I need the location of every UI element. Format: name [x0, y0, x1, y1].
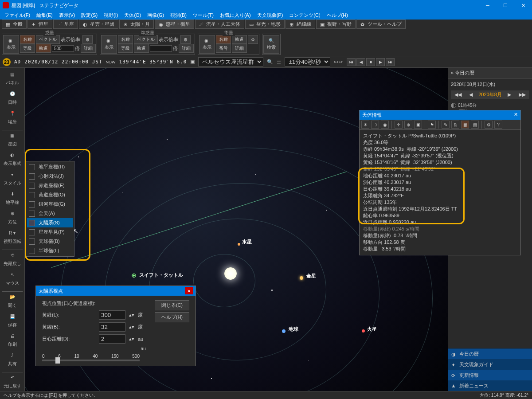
menu-solarsystem[interactable]: 太陽系(S) — [27, 218, 73, 227]
menu-settings[interactable]: 設定(S) — [78, 11, 100, 20]
menu-edit[interactable]: 編集(E) — [34, 11, 55, 20]
info-edit-icon[interactable]: ✎ — [442, 121, 450, 129]
print-button[interactable]: 🖨印刷 — [2, 331, 23, 350]
datetime-display[interactable]: 2020/08/12 22:00:00 JST — [24, 59, 102, 65]
menu-horizon-coord[interactable]: 地平座標(H) — [27, 162, 73, 172]
planet-orbit-button[interactable]: 軌道 — [36, 44, 51, 53]
info-image-icon[interactable]: ▦ — [461, 121, 469, 129]
dialog-close-button[interactable]: ✕ — [185, 287, 193, 294]
target-select[interactable]: ペルセウス座流星群 — [198, 57, 263, 66]
info-target-icon[interactable]: ⊕ — [404, 121, 412, 129]
ecl-lat-input[interactable] — [99, 322, 125, 332]
cal-next-fast[interactable]: ▶▶ — [517, 92, 528, 98]
spinner-icon[interactable]: ▴▾ — [129, 336, 134, 342]
subplanet-mag-button[interactable]: 等級 — [118, 44, 133, 53]
planet-mag-button[interactable]: 等級 — [20, 44, 35, 53]
info-cross-icon[interactable]: ✛ — [395, 121, 403, 129]
planet-gear-button[interactable]: ⚙ — [82, 35, 93, 44]
cal-prev-fast[interactable]: ◀◀ — [453, 92, 463, 98]
dialog-help-action[interactable]: ヘルプ(H) — [155, 312, 189, 322]
search-button[interactable]: 🔍検索 — [263, 35, 279, 54]
cal-prev[interactable]: ◀ — [467, 92, 474, 98]
cal-next[interactable]: ▶ — [506, 92, 513, 98]
planet-name-button[interactable]: 名称 — [20, 35, 35, 44]
menu-celestial-globe[interactable]: 天球儀(B) — [27, 237, 73, 246]
menu-file[interactable]: ファイル(F) — [2, 11, 33, 20]
dialog-close-action[interactable]: 閉じる(C) — [155, 300, 189, 310]
tab-planet[interactable]: ◉惑星・衛星 — [155, 20, 194, 29]
info-copy-icon[interactable]: ⎘ — [451, 121, 459, 129]
mouse-button[interactable]: ↖マウス — [2, 270, 23, 289]
fov-display[interactable]: 6.0 — [177, 59, 187, 65]
subplanet-display-button[interactable]: ◉表示 — [101, 35, 117, 54]
menu-equatorial[interactable]: 赤道座標(E) — [27, 181, 73, 190]
fov-rotate-button[interactable]: R ▾視野回転 — [2, 228, 23, 247]
tab-daylight[interactable]: ▭昼光・地形 — [245, 20, 285, 29]
satellite-display-button[interactable]: ◉表示 — [199, 35, 215, 54]
style-button[interactable]: ▾スタイル — [2, 170, 23, 188]
link-updates[interactable]: ⟳更新情報 — [448, 370, 532, 380]
info-camera-icon[interactable]: ▣ — [414, 121, 422, 129]
tab-nebula[interactable]: ◐星雲・星団 — [79, 20, 118, 29]
sun-body[interactable] — [224, 267, 237, 280]
menu-view[interactable]: 表示(V) — [56, 11, 78, 20]
menu-gnomonic[interactable]: 心射図法(J) — [27, 172, 73, 181]
comet-marker[interactable]: ⊕ — [131, 272, 137, 279]
subplanet-orbit-button[interactable]: 軌道 — [134, 44, 149, 53]
menu-fov[interactable]: 視野(I) — [101, 11, 121, 20]
undo-button[interactable]: ↶元に戻す — [2, 372, 23, 391]
panel-button[interactable]: ▤パネル — [2, 70, 23, 88]
satellite-detail-button[interactable]: 詳細 — [232, 44, 247, 53]
tab-sunmoon[interactable]: ☀太陽・月 — [119, 20, 154, 29]
info-close-button[interactable]: ✕ — [514, 112, 518, 118]
tab-toolhelp[interactable]: ✿ツール・ヘルプ — [356, 20, 406, 29]
forward-end-button[interactable]: ⏭ — [386, 58, 395, 66]
planet-detail-button[interactable]: 詳細 — [81, 44, 96, 53]
subplanet-detail-button[interactable]: 詳細 — [179, 44, 194, 53]
planet-display-button[interactable]: ◉表示 — [3, 35, 19, 54]
info-help-icon[interactable]: ? — [494, 121, 502, 129]
mercury-body[interactable] — [238, 243, 240, 246]
info-sun-icon[interactable]: ☀ — [361, 121, 369, 129]
tab-meteor[interactable]: ☄流星・人工天体 — [195, 20, 244, 29]
planet-vector-button[interactable]: ベクトル — [36, 35, 60, 44]
play-button[interactable]: ▶ — [376, 58, 385, 66]
subplanet-name-button[interactable]: 名称 — [118, 35, 133, 44]
subplanet-vector-button[interactable]: ベクトル — [134, 35, 158, 44]
helio-dist-input[interactable] — [99, 334, 125, 344]
mars-body[interactable] — [362, 329, 365, 332]
tab-grid[interactable]: ⊞経緯線 — [286, 20, 315, 29]
menu-galactic[interactable]: 銀河座標(G) — [27, 200, 73, 209]
menu-object[interactable]: 天体(O) — [121, 11, 144, 20]
link-news[interactable]: ★新着ニュース — [448, 380, 532, 391]
satellite-num-button[interactable]: 番号 — [216, 44, 231, 53]
menu-phenom[interactable]: 天文現象(P) — [254, 11, 286, 20]
menu-ecliptic[interactable]: 黄道座標(Q) — [27, 190, 73, 200]
speed-select[interactable]: ±1分40秒/秒 — [285, 57, 330, 66]
chart-button[interactable]: ▦星図 — [2, 130, 23, 149]
info-settings-icon[interactable]: ⚙ — [485, 121, 493, 129]
spinner-icon[interactable]: ▴▾ — [129, 324, 134, 330]
distance-slider[interactable] — [42, 360, 140, 361]
venus-body[interactable] — [300, 276, 303, 280]
save-button[interactable]: 💾保存 — [2, 312, 23, 330]
menu-allsky[interactable]: 全天(A) — [27, 209, 73, 218]
datetime-button[interactable]: 🕐日時 — [2, 89, 23, 108]
menu-hemisphere[interactable]: 半球儀(L) — [27, 246, 73, 255]
satellite-gear-button[interactable]: ⚙ — [248, 35, 258, 44]
link-guide[interactable]: ✦天文現象ガイド — [448, 359, 532, 370]
stop-button[interactable]: ■ — [366, 58, 375, 66]
info-window-icon[interactable]: ▤ — [471, 121, 479, 129]
menu-planisphere[interactable]: 星座早見(P) — [27, 227, 73, 237]
menu-contents[interactable]: コンテンツ(C) — [286, 11, 323, 20]
maximize-button[interactable]: ☐ — [497, 0, 514, 11]
planet-scale-input[interactable] — [52, 45, 74, 52]
minimize-button[interactable]: ─ — [479, 0, 497, 11]
close-button[interactable]: ✕ — [514, 0, 532, 11]
rewind-end-button[interactable]: ⏮ — [347, 58, 356, 66]
tab-constellation[interactable]: ⋰星座 — [53, 20, 78, 29]
satellite-name-button[interactable]: 名称 — [216, 35, 231, 44]
horizon-button[interactable]: ⬇地平線 — [2, 189, 23, 208]
location-button[interactable]: 📍場所 — [2, 109, 23, 127]
open-button[interactable]: 📂開く — [2, 291, 23, 311]
